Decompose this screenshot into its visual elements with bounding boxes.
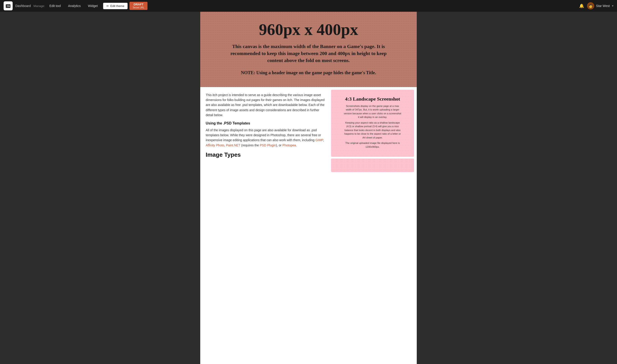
analytics-link[interactable]: Analytics: [64, 0, 84, 12]
intro-text: This itch project is intended to serve a…: [206, 92, 326, 118]
nav-links: Edit tool Analytics Widget: [46, 0, 101, 12]
body-right: 4:3 Landscape Screenshot Screenshots dis…: [331, 87, 417, 175]
screenshot-card-landscape: 4:3 Landscape Screenshot Screenshots dis…: [331, 90, 414, 157]
edit-tool-link[interactable]: Edit tool: [46, 0, 64, 12]
banner-description: This canvas is the maximum width of the …: [230, 43, 387, 64]
dashboard-link[interactable]: Dashboard: [15, 4, 31, 8]
svg-point-1: [9, 6, 10, 7]
comma1: ,: [323, 138, 324, 142]
banner-section: 960px x 400px This canvas is the maximum…: [200, 12, 417, 87]
edit-theme-button[interactable]: ✏ Edit theme: [103, 3, 128, 9]
photopea-link[interactable]: Photopea: [282, 143, 296, 147]
paintnot-link[interactable]: Paint.NET: [226, 143, 240, 147]
avatar: 🧑: [587, 2, 594, 10]
app-logo[interactable]: [4, 1, 13, 10]
screenshot-card-text2: Keeping your aspect ratio as a shallow l…: [343, 121, 402, 140]
screenshot-card-text1: Screenshots display on the game page at …: [343, 104, 402, 119]
gimp-link[interactable]: GIMP: [315, 138, 323, 142]
pencil-icon: ✏: [106, 4, 109, 8]
chevron-down-icon: ▾: [612, 4, 613, 7]
navbar: Dashboard Manage: Edit tool Analytics Wi…: [0, 0, 617, 12]
draft-button[interactable]: DRAFT Secret URL: [129, 2, 147, 10]
paren-close: ), or: [276, 143, 283, 147]
username-label: Star West: [596, 4, 610, 8]
screenshot-card-2: [331, 158, 414, 172]
notifications-button[interactable]: 🔔: [578, 2, 585, 10]
body-left: This itch project is intended to serve a…: [200, 87, 331, 175]
screenshot-card-text3: The original uploaded image file display…: [343, 141, 402, 149]
bell-icon: 🔔: [579, 3, 584, 8]
paren-open: (requires the: [240, 143, 260, 147]
screenshot-card-title: 4:3 Landscape Screenshot: [335, 96, 410, 102]
edit-theme-label: Edit theme: [110, 4, 124, 8]
body-section: This itch project is intended to serve a…: [200, 87, 417, 175]
period: .: [296, 143, 297, 147]
manage-label: Manage:: [34, 4, 45, 8]
widget-link[interactable]: Widget: [84, 0, 102, 12]
psd-paragraph: All of the images displayed on this page…: [206, 128, 326, 148]
comma2: ,: [224, 143, 226, 147]
psd-plugin-link[interactable]: PSD Plugin: [260, 143, 276, 147]
user-menu[interactable]: 🧑 Star West ▾: [587, 2, 613, 10]
banner-title: 960px x 400px: [205, 21, 412, 39]
secret-url-label: Secret URL: [133, 6, 144, 9]
banner-note: NOTE: Using a header image on the game p…: [205, 69, 412, 76]
page-content: 960px x 400px This canvas is the maximum…: [200, 12, 417, 364]
affinity-link[interactable]: Affinity Photo: [206, 143, 224, 147]
draft-label: DRAFT: [133, 3, 143, 6]
psd-heading: Using the .PSD Templates: [206, 121, 326, 125]
psd-text-1: All of the images displayed on this page…: [206, 128, 321, 142]
image-types-heading: Image Types: [206, 151, 326, 158]
